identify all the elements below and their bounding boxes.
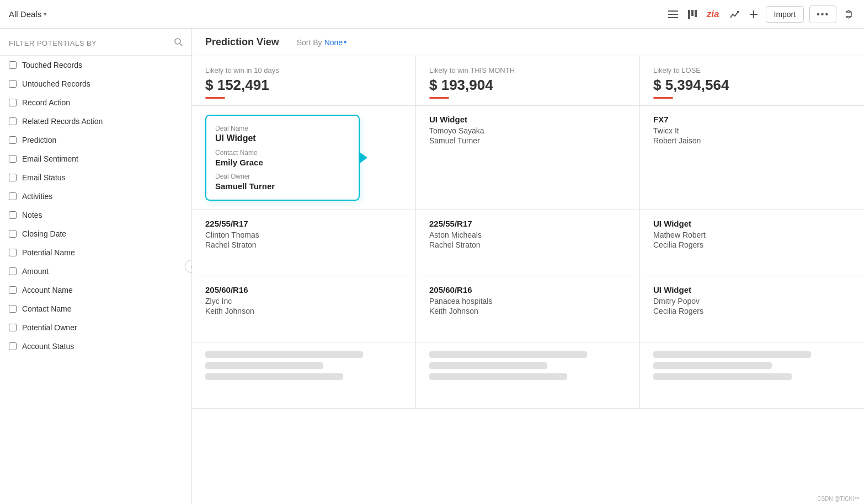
record-contact: Panacea hospitals xyxy=(429,297,626,305)
filter-item-related_records[interactable]: Related Records Action xyxy=(0,112,191,131)
filter-label-account_status: Account Status xyxy=(22,342,74,351)
filter-label-related_records: Related Records Action xyxy=(22,117,103,126)
data-cell-1-2: UI Widget Mathew Robert Cecilia Rogers xyxy=(640,210,864,276)
app-title: All Deals xyxy=(9,9,41,19)
filter-item-prediction[interactable]: Prediction xyxy=(0,131,191,149)
record-contact: Mathew Robert xyxy=(653,230,851,239)
record-contact: Clinton Thomas xyxy=(205,230,402,239)
filter-item-activities[interactable]: Activities xyxy=(0,187,191,206)
filter-item-potential_owner[interactable]: Potential Owner xyxy=(0,318,191,337)
filter-item-account_status[interactable]: Account Status xyxy=(0,337,191,356)
record-owner: Keith Johnson xyxy=(429,307,626,315)
col-header-amount-2: $ 5,394,564 xyxy=(653,77,851,94)
data-row-3 xyxy=(192,342,864,409)
filter-checkbox-account_status[interactable] xyxy=(9,342,17,350)
data-row-0: Deal Name UI Widget Contact Name Emily G… xyxy=(192,106,864,210)
kanban-view-icon[interactable] xyxy=(686,8,699,21)
record-name[interactable]: UI Widget xyxy=(653,219,851,228)
filter-item-record_action[interactable]: Record Action xyxy=(0,93,191,112)
sidebar: Filter POTENTIALS By Touched Records Unt… xyxy=(0,29,192,504)
filter-checkbox-touched[interactable] xyxy=(9,61,17,69)
data-rows-container: Deal Name UI Widget Contact Name Emily G… xyxy=(192,106,864,409)
filter-item-account_name[interactable]: Account Name xyxy=(0,281,191,299)
record-name[interactable]: UI Widget xyxy=(429,115,626,124)
skeleton-line-1 xyxy=(429,351,587,358)
data-cell-3-0 xyxy=(192,342,416,408)
record-contact: Zlyc Inc xyxy=(205,297,402,305)
filter-checkbox-related_records[interactable] xyxy=(9,117,17,125)
svg-rect-5 xyxy=(695,10,697,17)
record-name[interactable]: 205/60/R16 xyxy=(429,285,626,294)
record-owner: Rachel Straton xyxy=(205,240,402,249)
col-header-label-2: Likely to LOSE xyxy=(653,66,851,74)
filter-checkbox-potential_owner[interactable] xyxy=(9,324,17,331)
filter-checkbox-amount[interactable] xyxy=(9,267,17,275)
filter-checkbox-activities[interactable] xyxy=(9,192,17,200)
main-layout: Filter POTENTIALS By Touched Records Unt… xyxy=(0,29,864,504)
filter-checkbox-closing_date[interactable] xyxy=(9,230,17,238)
filter-checkbox-email_status[interactable] xyxy=(9,174,17,181)
col-header-underline-0 xyxy=(205,97,225,99)
filter-checkbox-potential_name[interactable] xyxy=(9,249,17,256)
app-title-area: All Deals ▾ xyxy=(9,9,47,19)
data-cell-1-0: 225/55/R17 Clinton Thomas Rachel Straton xyxy=(192,210,416,276)
sort-label: Sort By xyxy=(297,38,322,47)
filter-checkbox-contact_name[interactable] xyxy=(9,305,17,313)
filter-checkbox-record_action[interactable] xyxy=(9,99,17,106)
import-button[interactable]: Import xyxy=(766,6,804,23)
filter-item-email_status[interactable]: Email Status xyxy=(0,168,191,187)
filter-checkbox-prediction[interactable] xyxy=(9,136,17,144)
add-icon[interactable] xyxy=(747,8,760,21)
skeleton-line-3 xyxy=(429,373,567,380)
deal-card[interactable]: Deal Name UI Widget Contact Name Emily G… xyxy=(205,115,360,201)
data-cell-3-2 xyxy=(640,342,864,408)
sidebar-header: Filter POTENTIALS By xyxy=(0,29,191,56)
record-name[interactable]: FX7 xyxy=(653,115,851,124)
more-options-button[interactable]: ••• xyxy=(809,6,836,23)
record-name[interactable]: UI Widget xyxy=(653,285,851,294)
filter-item-touched[interactable]: Touched Records xyxy=(0,56,191,74)
filter-checkbox-notes[interactable] xyxy=(9,211,17,219)
filter-search-button[interactable] xyxy=(174,37,183,49)
filter-label-untouched: Untouched Records xyxy=(22,79,90,88)
svg-rect-2 xyxy=(668,17,678,18)
data-cell-0-0: Deal Name UI Widget Contact Name Emily G… xyxy=(192,106,416,210)
record-contact: Twicx It xyxy=(653,126,851,135)
filter-checkbox-untouched[interactable] xyxy=(9,80,17,88)
svg-rect-0 xyxy=(668,10,678,12)
skeleton-line-2 xyxy=(653,362,772,369)
svg-rect-3 xyxy=(688,10,690,19)
skeleton-line-2 xyxy=(429,362,547,369)
data-cell-2-0: 205/60/R16 Zlyc Inc Keith Johnson xyxy=(192,276,416,342)
filter-item-notes[interactable]: Notes xyxy=(0,206,191,224)
svg-point-10 xyxy=(175,39,180,44)
filter-label-notes: Notes xyxy=(22,211,42,219)
data-cell-0-1: UI Widget Tomoyo Sayaka Samuel Turner xyxy=(416,106,640,210)
chart-icon[interactable] xyxy=(727,8,742,21)
col-header-2: Likely to LOSE $ 5,394,564 xyxy=(640,56,864,105)
filter-item-potential_name[interactable]: Potential Name xyxy=(0,243,191,262)
skeleton-line-3 xyxy=(205,373,343,380)
list-view-icon[interactable] xyxy=(666,8,680,20)
data-cell-1-1: 225/55/R17 Aston Micheals Rachel Straton xyxy=(416,210,640,276)
record-name[interactable]: 225/55/R17 xyxy=(429,219,626,228)
filter-checkbox-account_name[interactable] xyxy=(9,286,17,294)
filter-label-touched: Touched Records xyxy=(22,61,82,69)
filter-item-closing_date[interactable]: Closing Date xyxy=(0,224,191,243)
settings-icon[interactable] xyxy=(842,8,855,21)
col-header-amount-1: $ 193,904 xyxy=(429,77,626,94)
content-header: Prediction View Sort By None ▾ xyxy=(192,29,864,56)
filter-item-contact_name[interactable]: Contact Name xyxy=(0,299,191,318)
sort-value-button[interactable]: None ▾ xyxy=(324,38,346,47)
record-name[interactable]: 225/55/R17 xyxy=(205,219,402,228)
filter-items-list: Touched Records Untouched Records Record… xyxy=(0,56,191,356)
filter-item-email_sentiment[interactable]: Email Sentiment xyxy=(0,149,191,168)
zia-icon[interactable]: zia xyxy=(705,7,722,22)
filter-checkbox-email_sentiment[interactable] xyxy=(9,155,17,163)
record-owner: Samuel Turner xyxy=(429,136,626,145)
filter-item-untouched[interactable]: Untouched Records xyxy=(0,74,191,93)
col-header-underline-1 xyxy=(429,97,449,99)
record-contact: Dmitry Popov xyxy=(653,297,851,305)
filter-item-amount[interactable]: Amount xyxy=(0,262,191,281)
record-name[interactable]: 205/60/R16 xyxy=(205,285,402,294)
